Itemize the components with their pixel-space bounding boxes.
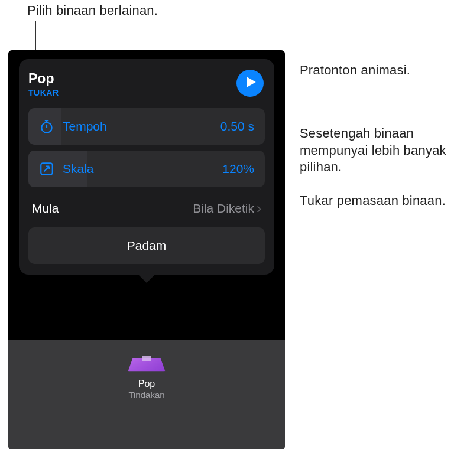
- action-effect-icon: [131, 351, 163, 375]
- duration-row[interactable]: Tempoh 0.50 s: [28, 108, 265, 145]
- start-label: Mula: [32, 201, 59, 216]
- change-button[interactable]: TUKAR: [28, 88, 59, 97]
- callout-change: Pilih binaan berlainan.: [27, 2, 158, 19]
- callout-options: Sesetengah binaan mempunyai lebih banyak…: [300, 125, 453, 176]
- scale-icon: [39, 161, 54, 177]
- action-tile[interactable]: Pop Tindakan: [108, 351, 185, 400]
- action-tile-title: Pop: [108, 379, 185, 389]
- scale-label: Skala: [63, 162, 94, 176]
- delete-label: Padam: [127, 239, 167, 253]
- delete-button[interactable]: Padam: [28, 227, 265, 264]
- duration-label: Tempoh: [63, 119, 107, 133]
- play-icon: [244, 76, 257, 90]
- callout-preview: Pratonton animasi.: [300, 62, 410, 79]
- start-value: Bila Diketik ›: [193, 200, 261, 217]
- bottom-bar: Pop Tindakan: [8, 340, 285, 449]
- popover-header: Pop TUKAR: [28, 71, 265, 97]
- preview-button[interactable]: [236, 70, 264, 97]
- scale-value: 120%: [222, 162, 254, 176]
- device-frame: Pop Tindakan Pop TUKAR Tempoh 0.50 s: [8, 50, 285, 449]
- stopwatch-icon: [39, 119, 54, 134]
- chevron-right-icon: ›: [257, 200, 261, 217]
- scale-row[interactable]: Skala 120%: [28, 151, 265, 187]
- start-row[interactable]: Mula Bila Diketik ›: [28, 193, 265, 227]
- action-tile-subtitle: Tindakan: [108, 390, 185, 400]
- build-title: Pop: [28, 71, 59, 87]
- callout-timing: Tukar pemasaan binaan.: [300, 193, 453, 210]
- duration-value: 0.50 s: [220, 119, 254, 133]
- build-popover: Pop TUKAR Tempoh 0.50 s Skala 120%: [19, 59, 274, 275]
